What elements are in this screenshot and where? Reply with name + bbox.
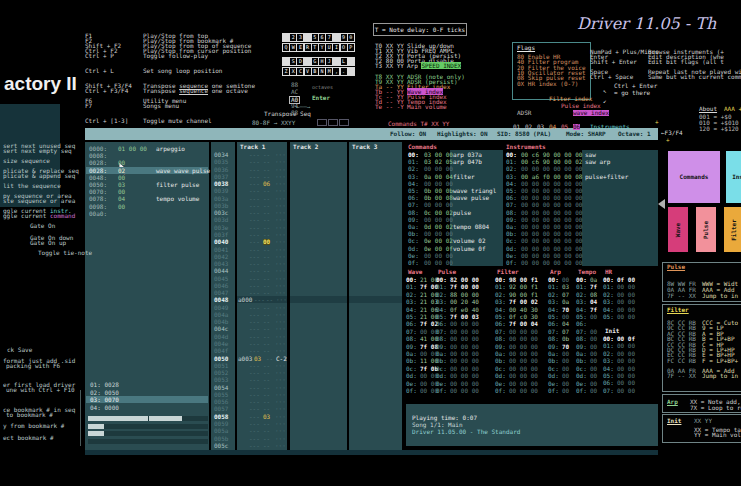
pulse-bytes[interactable]: 00 00 00 bbox=[450, 373, 479, 379]
wave-index[interactable]: 04: bbox=[406, 307, 417, 313]
track1-cmd-cell[interactable]: ··· bbox=[275, 239, 286, 245]
filter-index[interactable]: 04: bbox=[495, 307, 506, 313]
pulse-index[interactable]: 05: bbox=[436, 314, 447, 320]
track1-instr-cell[interactable]: -- bbox=[263, 152, 270, 158]
command-index[interactable]: 00: bbox=[408, 152, 419, 158]
track1-note-cell[interactable]: --- bbox=[254, 297, 265, 303]
track1-instr-cell[interactable]: -- bbox=[263, 377, 270, 383]
filter-bytes[interactable]: 92 00 f1 bbox=[509, 284, 538, 290]
pulse-bytes[interactable]: 7f 00 00 bbox=[450, 284, 479, 290]
arp-index[interactable]: 04: bbox=[548, 307, 559, 313]
init-bytes[interactable]: 00 0f bbox=[617, 336, 635, 342]
palette-button-pulse[interactable]: Pulse bbox=[696, 207, 716, 252]
track1-note-cell[interactable]: --- bbox=[249, 239, 260, 245]
track1-cmd-cell[interactable]: C-2 bbox=[276, 356, 287, 362]
command-bytes[interactable]: 0e 00 0f bbox=[424, 246, 453, 252]
init-bytes[interactable]: 00 00 bbox=[617, 380, 635, 386]
track1-instr-cell[interactable]: -- bbox=[263, 268, 270, 274]
arp-index[interactable]: 0b: bbox=[548, 358, 559, 364]
pulse-bytes[interactable]: 00 00 00 bbox=[450, 321, 479, 327]
track1-note-cell[interactable]: --- bbox=[249, 196, 260, 202]
tempo-bytes[interactable]: 0a bbox=[590, 277, 597, 283]
tempo-bytes[interactable]: 00 bbox=[590, 381, 597, 387]
tempo-bytes[interactable]: 00 bbox=[590, 351, 597, 357]
pulse-index[interactable]: 0d: bbox=[436, 373, 447, 379]
track1-cmd-cell[interactable]: ··· bbox=[275, 174, 286, 180]
tempo-index[interactable]: 0f: bbox=[576, 388, 587, 394]
filter-bytes[interactable]: 7f 00 04 bbox=[509, 321, 538, 327]
track1-note-cell[interactable]: --- bbox=[249, 181, 260, 187]
pulse-index[interactable]: 04: bbox=[436, 307, 447, 313]
instrument-digit[interactable]: 03 bbox=[537, 124, 544, 130]
track1-note-cell[interactable]: --- bbox=[249, 188, 260, 194]
init-index[interactable]: 06: bbox=[603, 380, 614, 386]
pulse-bytes[interactable]: 00 00 00 bbox=[450, 351, 479, 357]
init-index[interactable]: 05: bbox=[603, 373, 614, 379]
arp-bytes[interactable]: 07 bbox=[562, 292, 569, 298]
tempo-index[interactable]: 09: bbox=[576, 344, 587, 350]
track1-note-cell[interactable]: --- bbox=[249, 443, 260, 449]
init-bytes[interactable]: 00 00 bbox=[617, 351, 635, 357]
filter-bytes[interactable]: 90 00 f1 bbox=[509, 292, 538, 298]
tempo-bytes[interactable]: 00 bbox=[590, 388, 597, 394]
track1-note-cell[interactable]: --- bbox=[249, 305, 260, 311]
command-bytes[interactable]: 00 00 00 bbox=[424, 260, 453, 266]
track1-instr-cell[interactable]: -- bbox=[263, 283, 270, 289]
wave-index[interactable]: 0c: bbox=[406, 366, 417, 372]
track1-instr-cell[interactable]: -- bbox=[263, 290, 270, 296]
track1-instr-cell[interactable]: -- bbox=[263, 247, 270, 253]
track1-cmd-cell[interactable]: ··· bbox=[275, 283, 286, 289]
pulse-bytes[interactable]: 00 00 00 bbox=[450, 358, 479, 364]
instrument-index[interactable]: 02: bbox=[506, 166, 517, 172]
filter-bytes[interactable]: 00 00 00 bbox=[509, 358, 538, 364]
track1-cmd-cell[interactable]: ··· bbox=[275, 254, 286, 260]
pulse-index[interactable]: 00: bbox=[436, 277, 447, 283]
tempo-index[interactable]: 0c: bbox=[576, 366, 587, 372]
hr-index[interactable]: 00: bbox=[603, 277, 614, 283]
wave-index[interactable]: 0d: bbox=[406, 373, 417, 379]
track1-note-cell[interactable]: --- bbox=[249, 261, 260, 267]
instrument-bytes[interactable]: 00 c6 90 00 00 00 bbox=[521, 152, 582, 158]
filter-bytes[interactable]: 98 00 f1 bbox=[509, 277, 538, 283]
track1-note-cell[interactable]: --- bbox=[249, 159, 260, 165]
init-index[interactable]: 04: bbox=[603, 366, 614, 372]
track1-cmd-cell[interactable]: ··· bbox=[275, 334, 286, 340]
filter-bytes[interactable]: 00 00 00 bbox=[509, 381, 538, 387]
track1-cmd-cell[interactable]: ··· bbox=[275, 348, 286, 354]
track1-instr-cell[interactable]: -- bbox=[263, 312, 270, 318]
track1-cmd-cell[interactable]: ··· bbox=[276, 297, 287, 303]
arp-bytes[interactable]: 0a bbox=[562, 299, 569, 305]
pulse-bytes[interactable]: 7f 00 03 bbox=[450, 314, 479, 320]
pulse-bytes[interactable]: 00 00 00 bbox=[450, 366, 479, 372]
filter-bytes[interactable]: 00 00 00 bbox=[509, 344, 538, 350]
command-index[interactable]: 04: bbox=[408, 181, 419, 187]
track1-cmd-cell[interactable]: ··· bbox=[275, 363, 286, 369]
filter-index[interactable]: 07: bbox=[495, 329, 506, 335]
wave-index[interactable]: 0e: bbox=[406, 381, 417, 387]
filter-index[interactable]: 0f: bbox=[495, 388, 506, 394]
tempo-bytes[interactable]: 7f bbox=[590, 284, 597, 290]
instrument-bytes[interactable]: 00 00 00 00 00 00 bbox=[521, 166, 582, 172]
filter-index[interactable]: 09: bbox=[495, 344, 506, 350]
instrument-digit[interactable]: 05 bbox=[561, 124, 568, 130]
pulse-index[interactable]: 0c: bbox=[436, 366, 447, 372]
track1-note-cell[interactable]: --- bbox=[249, 217, 260, 223]
track1-instr-cell[interactable]: -- bbox=[263, 276, 270, 282]
filter-bytes[interactable]: 00 00 00 bbox=[509, 351, 538, 357]
track1-instr-cell[interactable]: -- bbox=[263, 217, 270, 223]
instrument-index[interactable]: 04: bbox=[506, 181, 517, 187]
command-index[interactable]: 0c: bbox=[408, 238, 419, 244]
track1-instr-cell[interactable]: -- bbox=[263, 167, 270, 173]
track1-cmd-cell[interactable]: ··· bbox=[275, 188, 286, 194]
tempo-bytes[interactable]: 00 bbox=[590, 344, 597, 350]
wave-index[interactable]: 09: bbox=[406, 344, 417, 350]
sequence-marker-row[interactable] bbox=[290, 296, 347, 303]
instrument-index[interactable]: 06: bbox=[506, 195, 517, 201]
tempo-bytes[interactable]: 7f bbox=[590, 307, 597, 313]
track1-instr-cell[interactable]: -- bbox=[263, 319, 270, 325]
hr-bytes[interactable]: 00 00 bbox=[617, 292, 635, 298]
instrument-bytes[interactable]: 00 a6 f0 00 00 08 bbox=[521, 174, 582, 180]
track1-note-cell[interactable]: --- bbox=[249, 406, 260, 412]
track1-note-cell[interactable]: --- bbox=[249, 326, 260, 332]
command-index[interactable]: 07: bbox=[408, 202, 419, 208]
